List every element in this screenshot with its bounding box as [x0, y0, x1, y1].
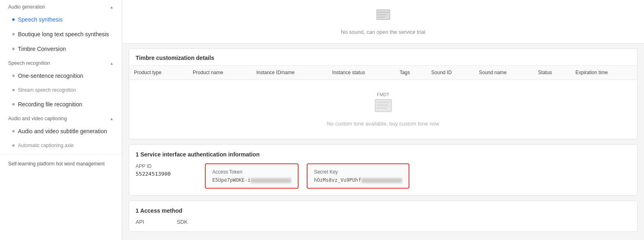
- auth-section-title: 1 Service interface authentication infor…: [136, 151, 631, 158]
- sidebar-item-label: Stream speech recognition: [18, 87, 76, 93]
- access-token-label: Access Token: [212, 169, 291, 175]
- fmdt-label: FMDT: [377, 92, 389, 97]
- access-row: API SDK: [136, 219, 631, 225]
- dot-icon: [12, 75, 15, 77]
- sidebar-item-label: Recording file recognition: [18, 101, 82, 108]
- auth-main-row: APP ID 55224513900 Access Token E5Upe7pW…: [136, 163, 631, 189]
- secret-key-label: Secret Key: [314, 169, 402, 175]
- empty-table-icon: [374, 99, 392, 117]
- col-instance-id: Instance ID/name: [251, 66, 327, 80]
- app-id-section: APP ID 55224513900: [136, 163, 197, 177]
- dot-icon: [12, 48, 15, 50]
- sidebar-section-label: Speech recognition: [8, 60, 50, 66]
- dot-icon: [12, 18, 15, 21]
- col-sound-name: Sound name: [474, 66, 533, 80]
- sidebar-section-label: Audio and video captioning: [8, 116, 67, 121]
- sidebar-item-boutique-long-text[interactable]: Boutique long text speech synthesis: [0, 27, 122, 42]
- access-section-title: 1 Access method: [136, 207, 631, 214]
- col-tags: Tags: [395, 66, 426, 80]
- empty-table-text: No custom tone available, buy custom ton…: [327, 121, 439, 127]
- sidebar-item-label: Automatic captioning.axle: [18, 143, 74, 148]
- col-product-name: Product name: [188, 66, 251, 80]
- app-id-value: 55224513900: [136, 171, 197, 177]
- app-id-label: APP ID: [136, 163, 197, 169]
- access-token-box: Access Token E5Upe7pWOKE-i: [205, 163, 299, 189]
- sidebar-item-label: Boutique long text speech synthesis: [18, 31, 109, 37]
- sidebar-item-speech-synthesis[interactable]: Speech synthesis: [0, 12, 122, 27]
- sidebar-item-timbre-conversion[interactable]: Timbre Conversion: [0, 42, 122, 56]
- sidebar-divider: [0, 154, 122, 154]
- dot-icon: [12, 130, 15, 132]
- access-token-prefix: E5Upe7pWOKE-i: [212, 177, 251, 183]
- sidebar-section-audio-video[interactable]: Audio and video captioning ▲: [0, 112, 122, 124]
- sidebar-item-label: Timbre Conversion: [18, 46, 66, 52]
- access-sdk: SDK: [177, 219, 188, 225]
- access-token-value: E5Upe7pWOKE-i: [212, 177, 291, 183]
- access-section: 1 Access method API SDK: [129, 200, 637, 232]
- timbre-section-title: Timbre customization details: [129, 49, 637, 65]
- sidebar-item-label: Audio and video subtitle generation: [18, 128, 107, 134]
- chevron-up-icon: ▲: [110, 61, 114, 66]
- sidebar-item-subtitle-generation[interactable]: Audio and video subtitle generation: [0, 124, 122, 139]
- no-sound-icon: [375, 8, 391, 26]
- sidebar-item-auto-captioning[interactable]: Automatic captioning.axle: [0, 139, 122, 152]
- auth-section: 1 Service interface authentication infor…: [129, 144, 637, 196]
- sidebar-item-recording-file[interactable]: Recording file recognition: [0, 97, 122, 112]
- timbre-table: Product type Product name Instance ID/na…: [129, 65, 637, 80]
- timbre-customization-card: Timbre customization details Product typ…: [129, 48, 637, 139]
- dot-icon: [12, 103, 15, 106]
- sidebar-item-label: One-sentence recognition: [18, 73, 83, 79]
- sidebar-item-stream-speech[interactable]: Stream speech recognition: [0, 83, 122, 97]
- secret-key-blurred: [361, 178, 402, 183]
- sidebar-section-label: Audio generation: [8, 4, 45, 10]
- col-expiration-time: Expiration time: [571, 66, 637, 80]
- sidebar-item-one-sentence[interactable]: One-sentence recognition: [0, 68, 122, 83]
- no-sound-section: No sound, can open the service trial: [122, 0, 644, 44]
- sidebar-bottom-text: Self-learning platform hot word manageme…: [0, 156, 122, 172]
- sidebar-section-audio-generation[interactable]: Audio generation ▲: [0, 0, 122, 12]
- access-token-blurred: [251, 178, 291, 183]
- col-instance-status: Instance status: [327, 66, 395, 80]
- secret-key-value: hOzMs8vz_Vu9PUhf: [314, 177, 402, 183]
- dot-icon: [12, 144, 15, 147]
- col-status: Status: [533, 66, 571, 80]
- chevron-up-icon: ▲: [110, 117, 114, 121]
- main-content: No sound, can open the service trial Tim…: [122, 0, 644, 240]
- no-sound-text: No sound, can open the service trial: [341, 29, 425, 35]
- empty-table-area: FMDT No custom tone available, buy custo…: [129, 80, 637, 139]
- svg-rect-4: [375, 99, 391, 112]
- sidebar-item-label: Speech synthesis: [18, 16, 63, 23]
- access-api: API: [136, 219, 144, 225]
- sidebar: Audio generation ▲ Speech synthesis Bout…: [0, 0, 122, 240]
- chevron-up-icon: ▲: [110, 5, 114, 9]
- dot-icon: [12, 33, 15, 35]
- secret-key-prefix: hOzMs8vz_Vu9PUhf: [314, 177, 361, 183]
- secret-key-box: Secret Key hOzMs8vz_Vu9PUhf: [307, 163, 409, 189]
- col-product-type: Product type: [129, 66, 188, 80]
- dot-icon: [12, 89, 15, 91]
- col-sound-id: Sound ID: [426, 66, 474, 80]
- sidebar-section-speech-recognition[interactable]: Speech recognition ▲: [0, 56, 122, 68]
